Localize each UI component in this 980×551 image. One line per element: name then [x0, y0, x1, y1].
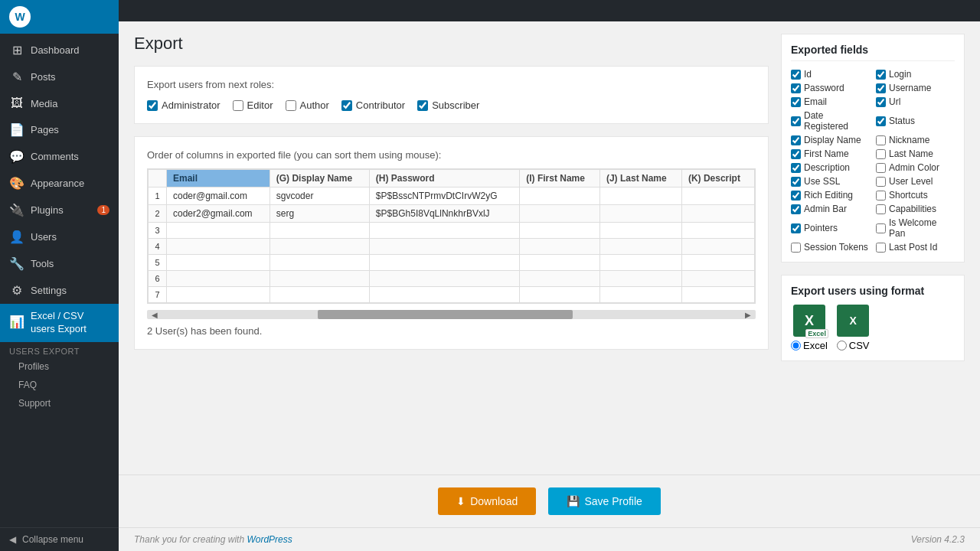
field-item-right[interactable]: Last Post Id: [876, 242, 955, 253]
field-item-left[interactable]: Use SSL: [791, 176, 870, 187]
role-author-checkbox[interactable]: [286, 100, 296, 111]
field-label: Description: [804, 162, 850, 173]
role-contributor-checkbox[interactable]: [341, 100, 352, 111]
sidebar-item-appearance[interactable]: 🎨 Appearance: [0, 170, 119, 197]
csv-radio[interactable]: [837, 341, 847, 350]
field-item-right[interactable]: Username: [876, 83, 955, 93]
horizontal-scrollbar[interactable]: ◀ ▶: [147, 310, 756, 319]
support-label: Support: [18, 398, 51, 409]
sidebar-item-pages[interactable]: 📄 Pages: [0, 116, 119, 143]
sidebar-sub-profiles[interactable]: Profiles: [0, 357, 119, 376]
sidebar-sub-faq[interactable]: FAQ: [0, 376, 119, 394]
footer-link[interactable]: WordPress: [247, 534, 292, 545]
field-checkbox[interactable]: [876, 204, 886, 214]
format-excel-option[interactable]: X Excel Excel: [791, 305, 828, 351]
field-checkbox[interactable]: [791, 116, 801, 126]
sidebar-item-media[interactable]: 🖼 Media: [0, 90, 119, 116]
field-item-right[interactable]: Last Name: [876, 148, 955, 159]
sidebar-item-plugins[interactable]: 🔌 Plugins 1: [0, 197, 119, 223]
field-item-right[interactable]: Capabilities: [876, 204, 955, 214]
role-subscriber-checkbox[interactable]: [417, 100, 428, 111]
download-button[interactable]: ⬇ Download: [438, 487, 536, 515]
field-item-left[interactable]: Date Registered: [791, 110, 870, 132]
col-header-display-name[interactable]: (G) Display Name: [270, 170, 369, 187]
sidebar-item-comments[interactable]: 💬 Comments: [0, 143, 119, 170]
role-administrator-checkbox[interactable]: [147, 100, 158, 111]
field-item-right[interactable]: Admin Color: [876, 162, 955, 173]
field-item-right[interactable]: Nickname: [876, 135, 955, 145]
role-subscriber[interactable]: Subscriber: [417, 99, 479, 111]
field-item-left[interactable]: Admin Bar: [791, 204, 870, 214]
field-checkbox[interactable]: [791, 149, 801, 159]
field-checkbox[interactable]: [791, 70, 801, 80]
col-header-first-name[interactable]: (I) First Name: [520, 170, 600, 187]
field-checkbox[interactable]: [876, 97, 886, 107]
pages-icon: 📄: [9, 122, 24, 137]
field-label: Password: [804, 83, 844, 93]
field-checkbox[interactable]: [876, 191, 886, 201]
sidebar-item-posts[interactable]: ✎ Posts: [0, 64, 119, 90]
wp-logo-icon: W: [9, 6, 31, 28]
field-checkbox[interactable]: [791, 204, 801, 214]
sidebar-item-excel-csv[interactable]: 📊 Excel / CSV users Export: [0, 304, 119, 342]
top-bar: [119, 0, 980, 21]
role-editor[interactable]: Editor: [233, 99, 273, 111]
col-header-last-name[interactable]: (J) Last Name: [599, 170, 681, 187]
role-editor-checkbox[interactable]: [233, 100, 243, 111]
sidebar-item-dashboard[interactable]: ⊞ Dashboard: [0, 37, 119, 64]
field-checkbox[interactable]: [876, 149, 886, 159]
field-checkbox[interactable]: [876, 70, 886, 80]
field-checkbox[interactable]: [876, 243, 886, 253]
field-checkbox[interactable]: [876, 135, 886, 145]
field-checkbox[interactable]: [791, 135, 801, 145]
field-checkbox[interactable]: [876, 223, 886, 233]
appearance-icon: 🎨: [9, 176, 24, 191]
field-item-left[interactable]: First Name: [791, 148, 870, 159]
field-checkbox[interactable]: [876, 116, 886, 126]
field-checkbox[interactable]: [791, 243, 801, 253]
field-checkbox[interactable]: [791, 177, 801, 187]
field-checkbox[interactable]: [791, 97, 801, 107]
role-administrator[interactable]: Administrator: [147, 99, 220, 111]
col-header-email[interactable]: Email: [167, 170, 270, 187]
format-csv-option[interactable]: X CSV: [837, 305, 870, 351]
sidebar-item-users[interactable]: 👤 Users: [0, 223, 119, 250]
scroll-left-button[interactable]: ◀: [147, 310, 162, 319]
field-item-left[interactable]: Email: [791, 96, 870, 107]
table-row: 1 coder@gmail.com sgvcoder $P$BsscNTPrmv…: [149, 187, 755, 205]
field-item-right[interactable]: Login: [876, 69, 955, 80]
save-profile-button[interactable]: 💾 Save Profile: [548, 487, 660, 515]
field-checkbox[interactable]: [791, 223, 801, 233]
col-header-password[interactable]: (H) Password: [369, 170, 519, 187]
field-item-right[interactable]: Shortcuts: [876, 190, 955, 201]
field-item-left[interactable]: Description: [791, 162, 870, 173]
role-author[interactable]: Author: [286, 99, 329, 111]
field-item-right[interactable]: Status: [876, 110, 955, 132]
field-item-left[interactable]: Id: [791, 69, 870, 80]
field-checkbox[interactable]: [876, 83, 886, 93]
field-checkbox[interactable]: [791, 83, 801, 93]
role-contributor[interactable]: Contributor: [341, 99, 405, 111]
sidebar-item-label: Media: [31, 98, 57, 109]
field-item-left[interactable]: Pointers: [791, 217, 870, 239]
field-item-left[interactable]: Password: [791, 83, 870, 93]
sidebar-item-tools[interactable]: 🔧 Tools: [0, 250, 119, 277]
sidebar-item-settings[interactable]: ⚙ Settings: [0, 277, 119, 304]
field-item-right[interactable]: Is Welcome Pan: [876, 217, 955, 239]
field-item-left[interactable]: Display Name: [791, 135, 870, 145]
field-item-left[interactable]: Rich Editing: [791, 190, 870, 201]
field-item-left[interactable]: Session Tokens: [791, 242, 870, 253]
excel-radio[interactable]: [791, 341, 801, 350]
field-checkbox[interactable]: [791, 191, 801, 201]
field-checkbox[interactable]: [876, 163, 886, 173]
field-label: Session Tokens: [804, 242, 868, 253]
sidebar-sub-support[interactable]: Support: [0, 394, 119, 412]
field-item-right[interactable]: Url: [876, 96, 955, 107]
field-checkbox[interactable]: [791, 163, 801, 173]
col-header-description[interactable]: (K) Descript: [681, 170, 754, 187]
row-num-cell: 7: [149, 287, 167, 303]
scroll-right-button[interactable]: ▶: [740, 310, 756, 319]
field-checkbox[interactable]: [876, 177, 886, 187]
collapse-menu-button[interactable]: ◀ Collapse menu: [0, 527, 119, 551]
field-item-right[interactable]: User Level: [876, 176, 955, 187]
